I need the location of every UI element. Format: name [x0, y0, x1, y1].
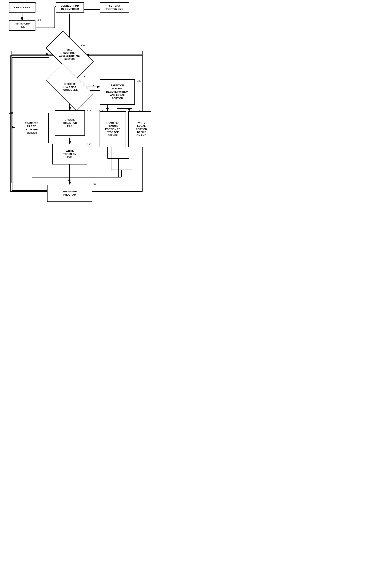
ref-228: 228 — [87, 109, 91, 112]
transform-file-box: TRANSFORMFILE — [9, 20, 35, 31]
set-max-label: SET MAXPORTION SIZE — [106, 4, 123, 11]
label-n1: N — [46, 52, 48, 55]
partition-file-box: PARTITIONFILE INTOREMOTE PORTIONAND LOCA… — [100, 79, 135, 105]
create-file-label: CREATE FILE — [14, 6, 30, 9]
connect-pmd-box: CONNECT PMDTO COMPUTER — [56, 2, 84, 13]
write-local-box: WRITELOCALPORTIONTO FILEON PMD — [128, 111, 151, 147]
ref-226: 226 — [9, 111, 13, 114]
can-access-diamond: CANCOMPUTERACCESS STORAGESERVER? — [48, 43, 91, 67]
transfer-file-box: TRANSFERFILE TOSTORAGESERVER — [15, 113, 49, 143]
can-access-label: CANCOMPUTERACCESS STORAGESERVER? — [58, 48, 81, 61]
is-size-label: IS SIZE OFFILE > MAXPORTION SIZE — [61, 82, 79, 93]
write-token-label: WRITETOKEN ONPMD — [63, 149, 76, 159]
transfer-remote-box: TRANSFERREMOTEPORTION TOSTORAGESERVER — [99, 111, 126, 147]
connect-pmd-label: CONNECT PMDTO COMPUTER — [61, 4, 79, 11]
terminate-label: TERMINATEPROGRAM — [63, 190, 77, 197]
ref-220: 220 — [137, 79, 141, 82]
write-token-box: WRITETOKEN ONPMD — [52, 144, 87, 165]
write-local-label: WRITELOCALPORTIONTO FILEON PMD — [136, 121, 147, 137]
create-token-label: CREATETOKEN FORFILE — [63, 118, 77, 128]
partition-file-label: PARTITIONFILE INTOREMOTE PORTIONAND LOCA… — [106, 84, 128, 100]
transfer-file-label: TRANSFERFILE TOSTORAGESERVER — [25, 122, 39, 134]
create-file-box: CREATE FILE — [9, 2, 35, 13]
flowchart-diagram: 202 204 206 208 210 218 220 226 228 222 … — [0, 0, 151, 219]
transfer-remote-label: TRANSFERREMOTEPORTION TOSTORAGESERVER — [105, 121, 121, 137]
is-size-diamond: IS SIZE OFFILE > MAXPORTION SIZE — [48, 75, 91, 99]
ref-230: 230 — [87, 143, 91, 146]
transform-file-label: TRANSFORMFILE — [14, 22, 30, 29]
ref-208: 208 — [37, 18, 41, 21]
terminate-box: TERMINATEPROGRAM — [47, 185, 92, 202]
label-y2: Y — [92, 85, 94, 87]
set-max-box: SET MAXPORTION SIZE — [100, 2, 129, 13]
ref-216: 216 — [92, 183, 97, 186]
create-token-box: CREATETOKEN FORFILE — [55, 110, 85, 136]
